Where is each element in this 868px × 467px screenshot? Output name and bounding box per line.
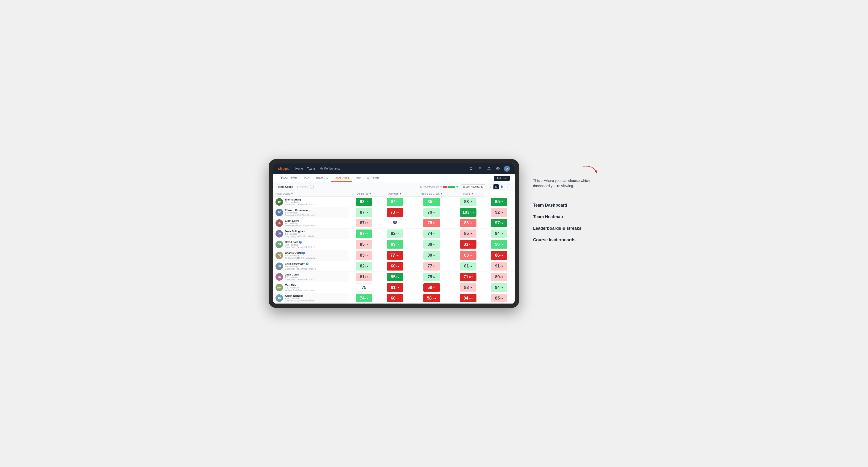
user-avatar[interactable]: U: [504, 165, 510, 172]
score-change: 3▲: [365, 265, 368, 267]
person-icon[interactable]: [477, 165, 483, 172]
score-box: 95 8▲: [387, 273, 403, 281]
score-box: 87 4▲: [356, 229, 372, 238]
player-club: Royal North Devon Golf Club, United King…: [285, 203, 318, 206]
annotation-panel: This is where you can choose which dashb…: [533, 159, 599, 249]
player-cell[interactable]: JC Josh Coles 1-5 Handicap Royal North D…: [273, 272, 349, 282]
view-table-button[interactable]: ⊞: [493, 184, 499, 189]
settings-icon[interactable]: [495, 165, 501, 172]
col-putting[interactable]: Putting ▼: [453, 191, 484, 197]
score-value: 97: [495, 220, 500, 225]
add-team-button[interactable]: Add Team: [494, 176, 510, 181]
tab-team-clippd[interactable]: Team Clippd: [331, 175, 352, 182]
bell-icon[interactable]: [486, 165, 492, 172]
score-box: 60 1▼: [387, 294, 403, 302]
score-change: 3▲: [500, 243, 503, 246]
player-cell[interactable]: DF David Ford✓ Plus Handicap Royal North…: [273, 239, 349, 250]
player-handicap: 1-5 Handicap: [285, 276, 318, 278]
player-cell[interactable]: CQ Charlie Quick✓ 6-10 Handicap St. Geor…: [273, 250, 349, 261]
table-row: DF David Ford✓ Plus Handicap Royal North…: [273, 239, 515, 250]
player-avatar: DB: [276, 230, 283, 238]
svg-point-2: [479, 167, 481, 168]
score-value: 80: [427, 242, 432, 247]
score-value: 82: [391, 231, 396, 236]
nav-teams[interactable]: Teams: [307, 166, 315, 171]
edit-icon[interactable]: [310, 185, 313, 188]
score-value: 85: [360, 242, 365, 247]
score-change: 8▲: [433, 201, 436, 203]
tab-pgat[interactable]: PGAT Players: [278, 175, 301, 182]
player-avatar: JC: [276, 273, 283, 281]
tablet-device: clippd Home Teams My Performance: [269, 159, 519, 308]
player-name: Blair McHarg: [285, 198, 318, 201]
player-cell[interactable]: EC Edward Crossman 1-5 Handicap Sunningd…: [273, 207, 349, 218]
player-handicap: 6-10 Handicap: [285, 254, 318, 257]
tab-tour[interactable]: Tour: [352, 175, 364, 182]
player-club: Sunningdale Golf Club, United Kingdom: [285, 214, 318, 216]
logo: clippd: [278, 166, 290, 171]
score-box: 88: [387, 219, 403, 227]
player-info: Blair McHarg Plus Handicap Royal North D…: [285, 198, 318, 206]
player-handicap: 1-5 Handicap: [285, 222, 318, 224]
option-team-heatmap[interactable]: Team Heatmap: [533, 214, 599, 219]
score-value: 92: [495, 210, 500, 215]
player-cell[interactable]: AN Aaron Nicholls 11-15 Handicap Drift G…: [273, 293, 349, 303]
player-avatar: EC: [276, 209, 283, 216]
player-info: Aaron Nicholls 11-15 Handicap Drift Golf…: [285, 294, 315, 302]
view-download-button[interactable]: ↓: [505, 184, 510, 189]
score-value: 79: [427, 210, 432, 215]
score-box: 84 21▲: [460, 294, 476, 302]
score-change: 6▼: [470, 222, 472, 224]
score-value: 87: [360, 231, 365, 236]
player-club: Drift Golf Club, United Kingdom: [285, 300, 315, 302]
player-info: Chris Robertson✓ 1-5 Handicap Craigmilla…: [285, 262, 316, 270]
tab-pga[interactable]: PGA: [301, 175, 313, 182]
tab-all-players[interactable]: All Players: [364, 175, 383, 182]
player-handicap: 11-15 Handicap: [285, 297, 315, 300]
player-info: Charlie Quick✓ 6-10 Handicap St. George'…: [285, 251, 318, 259]
search-icon[interactable]: [468, 165, 474, 172]
view-person-button[interactable]: 👤: [499, 184, 504, 189]
view-grid-button[interactable]: ⊟: [488, 184, 493, 189]
table-row: MM Matt Miller 6-10 Handicap Woburn Golf…: [273, 282, 515, 293]
score-box: 82 3▲: [356, 262, 372, 271]
round-change-label: 20 Round Change: [420, 185, 438, 188]
score-cell-player_quality: 83 3▼: [349, 250, 379, 261]
score-value: 75: [427, 275, 432, 280]
player-cell[interactable]: CR Chris Robertson✓ 1-5 Handicap Craigmi…: [273, 261, 349, 272]
last-rounds-button[interactable]: ⊞ Last Rounds: 20: [461, 184, 486, 189]
player-cell[interactable]: BM Blair McHarg Plus Handicap Royal Nort…: [273, 197, 349, 207]
col-off-tee[interactable]: Off the Tee ▼: [349, 191, 379, 197]
option-course-leaderboards[interactable]: Course leaderboards: [533, 238, 599, 243]
score-cell-player_quality: 87 4▲: [349, 228, 379, 239]
tab-hcaps[interactable]: Hcaps 1-5: [313, 175, 331, 182]
score-box: 86 8▼: [491, 251, 507, 260]
score-cell-putting: 85 4▼: [484, 293, 515, 304]
player-cell[interactable]: DB Dave Billingham 1-5 Handicap Gog Mago…: [273, 228, 349, 239]
score-cell-around_green: 85 3▼: [453, 228, 484, 239]
score-change: 1▼: [470, 201, 472, 203]
svg-line-1: [472, 169, 472, 170]
player-name: Charlie Quick✓: [285, 251, 318, 254]
nav-performance[interactable]: My Performance: [319, 166, 340, 171]
player-count: 14 Players: [297, 185, 308, 188]
nav-home[interactable]: Home: [295, 166, 303, 171]
col-approach[interactable]: Approach ▼: [379, 191, 410, 197]
player-cell[interactable]: EE Elliot Ebert 1-5 Handicap Sunningdale…: [273, 218, 349, 228]
player-cell[interactable]: MM Matt Miller 6-10 Handicap Woburn Golf…: [273, 282, 349, 293]
score-value: 86: [495, 253, 500, 258]
player-name: Dave Billingham: [285, 230, 318, 233]
score-box: 74 8▲: [356, 294, 372, 302]
option-leaderboards[interactable]: Leaderboards & streaks: [533, 226, 599, 231]
score-box: 83 3▼: [356, 251, 372, 260]
score-value: 88: [464, 199, 469, 204]
table-header-row: Player Quality ▼ Off the Tee ▼ Approach …: [273, 191, 515, 197]
col-player-quality[interactable]: Player Quality ▼: [273, 191, 349, 197]
col-around-green[interactable]: Around the Green ▼: [410, 191, 453, 197]
option-team-dashboard[interactable]: Team Dashboard: [533, 203, 599, 208]
score-cell-player_quality: 93 4▲: [349, 196, 379, 207]
score-box: 103 15▲: [460, 208, 476, 217]
player-name: Matt Miller: [285, 284, 318, 286]
score-cell-approach: 75 2▲: [410, 272, 453, 282]
player-club: Sunningdale Golf Club, United Kingdom: [285, 224, 318, 227]
